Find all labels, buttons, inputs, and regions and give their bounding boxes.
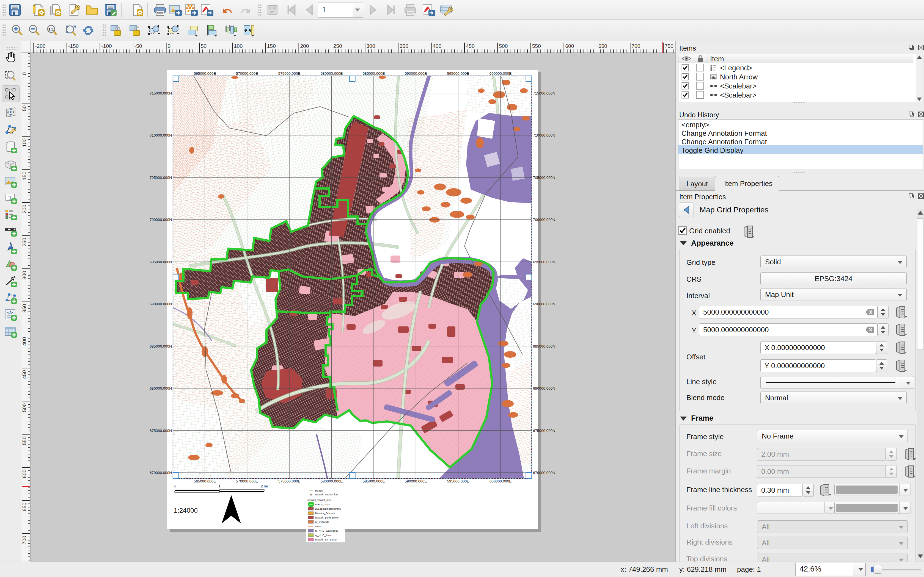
svg-text:550: 550 xyxy=(21,436,27,445)
svg-text:750: 750 xyxy=(665,43,674,49)
svg-text:200: 200 xyxy=(21,205,27,213)
svg-text:300: 300 xyxy=(367,43,375,49)
svg-text:Roads: Roads xyxy=(315,489,323,492)
svg-text:670000.000N: 670000.000N xyxy=(150,471,172,475)
svg-text:685000.000N: 685000.000N xyxy=(150,344,172,348)
svg-text:600000.000E: 600000.000E xyxy=(489,71,512,76)
svg-text:newark_vacant_lots: newark_vacant_lots xyxy=(307,498,331,501)
svg-text:150: 150 xyxy=(267,43,276,49)
svg-text:675000.000N: 675000.000N xyxy=(533,429,555,433)
svg-text:710000.000N: 710000.000N xyxy=(150,133,172,137)
svg-text:50: 50 xyxy=(21,105,27,111)
svg-text:0: 0 xyxy=(21,72,27,75)
svg-text:Wards_2012: Wards_2012 xyxy=(315,503,330,506)
svg-text:350: 350 xyxy=(21,304,27,313)
svg-text:595000.000E: 595000.000E xyxy=(447,71,469,76)
svg-text:1:24000: 1:24000 xyxy=(174,507,198,514)
svg-text:-50: -50 xyxy=(134,43,142,49)
svg-text:100: 100 xyxy=(234,43,243,49)
svg-text:700: 700 xyxy=(632,43,640,49)
svg-text:680000.000N: 680000.000N xyxy=(150,386,172,390)
svg-text:715000.000N: 715000.000N xyxy=(150,91,172,95)
svg-text:580000.000E: 580000.000E xyxy=(321,71,342,76)
svg-text:stcon: stcon xyxy=(315,525,321,528)
svg-text:300: 300 xyxy=(21,271,27,280)
svg-text:690000.000N: 690000.000N xyxy=(150,302,172,306)
svg-text:570000.000E: 570000.000E xyxy=(236,71,258,76)
svg-text:650: 650 xyxy=(21,503,27,511)
svg-text:-100: -100 xyxy=(102,43,112,49)
svg-text:590000.000E: 590000.000E xyxy=(405,71,427,76)
svg-text:200: 200 xyxy=(300,43,309,49)
svg-text:N: N xyxy=(9,243,11,247)
svg-text:1: 1 xyxy=(218,484,221,488)
svg-text:-200: -200 xyxy=(35,43,46,49)
svg-text:705000.000N: 705000.000N xyxy=(533,176,555,180)
svg-text:695000.000N: 695000.000N xyxy=(150,260,172,264)
svg-text:0: 0 xyxy=(173,484,176,488)
svg-text:2013buildingfootprints: 2013buildingfootprints xyxy=(315,507,341,510)
svg-text:680000.000N: 680000.000N xyxy=(533,386,555,390)
svg-text:570000.000E: 570000.000E xyxy=(236,479,258,483)
svg-text:250: 250 xyxy=(333,43,342,49)
svg-text:700000.000N: 700000.000N xyxy=(150,218,172,222)
svg-text:585000.000E: 585000.000E xyxy=(363,71,385,76)
svg-text:400: 400 xyxy=(21,337,27,346)
svg-text:nj_NHD_Area: nj_NHD_Area xyxy=(315,533,331,537)
svg-text:670000.000N: 670000.000N xyxy=(533,471,555,475)
svg-text:Newark_Schools: Newark_Schools xyxy=(315,512,335,515)
svg-text:450: 450 xyxy=(466,43,475,49)
svg-text:565000.000E: 565000.000E xyxy=(194,479,216,483)
svg-text:250: 250 xyxy=(21,238,27,247)
svg-text:600: 600 xyxy=(565,43,574,49)
svg-text:450: 450 xyxy=(21,370,27,379)
svg-text:350: 350 xyxy=(400,43,409,49)
svg-text:600: 600 xyxy=(21,469,27,479)
svg-text:newark_parks parks: newark_parks parks xyxy=(315,516,339,519)
svg-text:-150: -150 xyxy=(68,43,79,49)
svg-text:</>: </> xyxy=(7,310,13,315)
svg-text:150: 150 xyxy=(21,171,27,180)
svg-text:580000.000E: 580000.000E xyxy=(321,479,342,483)
svg-text:650: 650 xyxy=(598,43,607,49)
svg-text:2 mi: 2 mi xyxy=(261,484,268,488)
svg-text:nj_NHD_Waterbody: nj_NHD_Waterbody xyxy=(315,529,338,532)
svg-text:500: 500 xyxy=(21,403,27,412)
svg-text:400: 400 xyxy=(433,43,442,49)
svg-text:100: 100 xyxy=(21,139,27,147)
svg-text:newark_vacant_lots: newark_vacant_lots xyxy=(315,493,338,496)
svg-text:565000.000E: 565000.000E xyxy=(194,71,216,76)
svg-text:595000.000E: 595000.000E xyxy=(447,479,469,483)
svg-text:715000.000N: 715000.000N xyxy=(533,91,555,95)
svg-text:nj_wetlands: nj_wetlands xyxy=(315,521,329,524)
svg-text:675000.000N: 675000.000N xyxy=(150,429,172,433)
svg-text:1:1: 1:1 xyxy=(48,27,54,31)
svg-text:575000.000E: 575000.000E xyxy=(278,71,300,76)
svg-text:575000.000E: 575000.000E xyxy=(278,479,300,483)
svg-text:710000.000N: 710000.000N xyxy=(533,133,555,137)
svg-text:685000.000N: 685000.000N xyxy=(533,344,555,348)
svg-text:700000.000N: 700000.000N xyxy=(533,218,555,222)
svg-text:695000.000N: 695000.000N xyxy=(533,260,555,264)
svg-text:500: 500 xyxy=(499,43,508,49)
svg-text:newark_tax_parcel: newark_tax_parcel xyxy=(315,538,337,541)
svg-text:600000.000E: 600000.000E xyxy=(489,479,512,483)
svg-text:705000.000N: 705000.000N xyxy=(150,176,172,180)
svg-text:50: 50 xyxy=(201,43,207,49)
svg-text:585000.000E: 585000.000E xyxy=(363,479,385,483)
svg-text:0: 0 xyxy=(168,43,171,49)
svg-text:550: 550 xyxy=(532,43,541,49)
svg-text:700: 700 xyxy=(21,536,27,545)
svg-text:690000.000N: 690000.000N xyxy=(533,302,555,306)
svg-text:590000.000E: 590000.000E xyxy=(405,479,427,483)
